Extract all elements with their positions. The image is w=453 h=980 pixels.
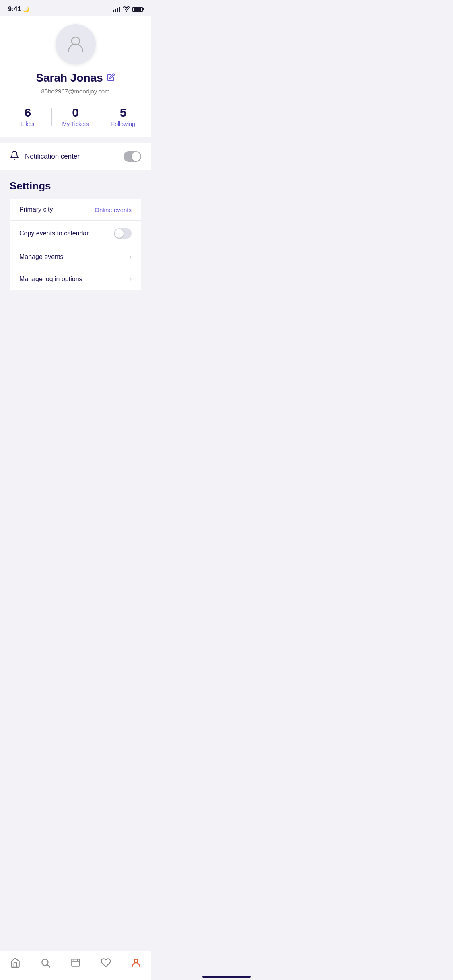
avatar-placeholder-icon <box>65 33 86 56</box>
tickets-count: 0 <box>72 106 79 119</box>
following-count: 5 <box>120 106 127 119</box>
copy-calendar-label: Copy events to calendar <box>19 230 89 237</box>
status-bar: 9:41 🌙 <box>0 0 151 16</box>
settings-item-manage-login[interactable]: Manage log in options › <box>10 268 141 290</box>
wifi-icon <box>123 6 130 13</box>
manage-events-chevron-icon: › <box>130 253 132 261</box>
profile-name: Sarah Jonas <box>36 72 103 84</box>
likes-count: 6 <box>24 106 31 119</box>
profile-section: Sarah Jonas 85bd2967@moodjoy.com 6 Likes… <box>0 16 151 137</box>
moon-icon: 🌙 <box>23 6 29 12</box>
stat-tickets[interactable]: 0 My Tickets <box>52 106 99 127</box>
settings-list: Primary city Online events Copy events t… <box>10 199 141 290</box>
manage-login-chevron-icon: › <box>130 276 132 283</box>
battery-icon <box>132 7 143 12</box>
profile-email: 85bd2967@moodjoy.com <box>41 88 109 95</box>
copy-calendar-toggle-container <box>114 228 132 239</box>
notification-row: Notification center <box>0 143 151 170</box>
profile-name-row: Sarah Jonas <box>36 72 115 84</box>
status-icons <box>113 6 143 13</box>
settings-title: Settings <box>10 180 51 192</box>
edit-profile-icon[interactable] <box>107 73 115 83</box>
stat-following[interactable]: 5 Following <box>99 106 147 127</box>
status-time: 9:41 <box>8 6 21 13</box>
stats-row: 6 Likes 0 My Tickets 5 Following <box>0 106 151 127</box>
manage-login-label: Manage log in options <box>19 276 82 283</box>
primary-city-label: Primary city <box>19 206 53 213</box>
settings-item-primary-city[interactable]: Primary city Online events <box>10 199 141 221</box>
avatar <box>56 24 96 64</box>
likes-label: Likes <box>21 121 34 127</box>
settings-item-manage-events[interactable]: Manage events › <box>10 246 141 268</box>
stat-likes[interactable]: 6 Likes <box>4 106 51 127</box>
following-label: Following <box>111 121 135 127</box>
signal-icon <box>113 6 120 12</box>
settings-section: Settings Primary city Online events Copy… <box>0 170 151 295</box>
settings-item-copy-calendar: Copy events to calendar <box>10 221 141 246</box>
notification-toggle[interactable] <box>124 151 141 162</box>
bell-icon <box>10 150 19 163</box>
tickets-label: My Tickets <box>62 121 89 127</box>
primary-city-value: Online events <box>95 206 132 213</box>
notification-left: Notification center <box>10 150 80 163</box>
copy-calendar-toggle[interactable] <box>114 228 132 239</box>
notification-label: Notification center <box>25 152 80 161</box>
manage-events-label: Manage events <box>19 253 63 261</box>
